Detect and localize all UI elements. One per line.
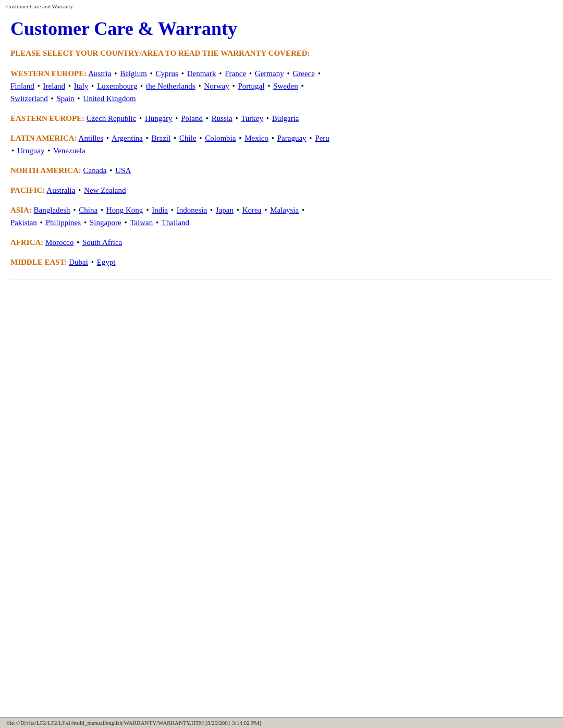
region-label-africa: AFRICA: (10, 238, 43, 246)
region-africa: AFRICA: Morocco • South Africa (10, 236, 553, 249)
browser-tab: Customer Care and Warranty (0, 0, 563, 11)
link-denmark[interactable]: Denmark (187, 69, 216, 78)
region-north-america: NORTH AMERICA: Canada • USA (10, 164, 553, 177)
link-belgium[interactable]: Belgium (120, 69, 147, 78)
link-sweden[interactable]: Sweden (273, 82, 298, 90)
region-label-western-europe: WESTERN EUROPE: (10, 69, 87, 78)
link-bulgaria[interactable]: Bulgaria (272, 114, 299, 122)
link-turkey[interactable]: Turkey (241, 114, 263, 122)
link-usa[interactable]: USA (115, 166, 131, 175)
link-new-zealand[interactable]: New Zealand (84, 186, 126, 194)
link-finland[interactable]: Finland (10, 82, 34, 90)
link-luxembourg[interactable]: Luxembourg (97, 82, 137, 90)
link-peru[interactable]: Peru (315, 134, 329, 142)
link-ireland[interactable]: Ireland (43, 82, 65, 90)
link-singapore[interactable]: Singapore (90, 218, 121, 227)
link-france[interactable]: France (225, 69, 246, 78)
link-colombia[interactable]: Colombia (205, 134, 236, 142)
region-label-eastern-europe: EASTERN EUROPE: (10, 114, 84, 122)
link-philippines[interactable]: Philippines (46, 218, 81, 227)
link-chile[interactable]: Chile (179, 134, 197, 142)
link-uruguay[interactable]: Uruguay (17, 146, 45, 155)
link-cyprus[interactable]: Cyprus (156, 69, 178, 78)
link-canada[interactable]: Canada (83, 166, 106, 175)
link-paraguay[interactable]: Paraguay (277, 134, 307, 142)
region-western-europe: WESTERN EUROPE: Austria • Belgium • Cypr… (10, 67, 553, 105)
link-austria[interactable]: Austria (88, 69, 111, 78)
link-morocco[interactable]: Morocco (45, 238, 74, 246)
link-antilles[interactable]: Antilles (79, 134, 104, 142)
link-hong-kong[interactable]: Hong Kong (106, 206, 143, 214)
region-label-latin-america: LATIN AMERICA: (10, 134, 77, 142)
link-hungary[interactable]: Hungary (145, 114, 173, 122)
link-taiwan[interactable]: Taiwan (130, 218, 153, 227)
region-label-pacific: PACIFIC: (10, 186, 45, 194)
link-indonesia[interactable]: Indonesia (177, 206, 207, 214)
link-bangladesh[interactable]: Bangladesh (34, 206, 70, 214)
link-south-africa[interactable]: South Africa (82, 238, 122, 246)
link-united-kingdom[interactable]: United Kingdom (83, 94, 136, 103)
region-middle-east: MIDDLE EAST: Dubai • Egypt (10, 256, 553, 268)
link-australia[interactable]: Australia (46, 186, 75, 194)
link-pakistan[interactable]: Pakistan (10, 218, 37, 227)
link-brazil[interactable]: Brazil (152, 134, 171, 142)
link-norway[interactable]: Norway (204, 82, 229, 90)
link-czech-republic[interactable]: Czech Republic (87, 114, 136, 122)
link-thailand[interactable]: Thailand (162, 218, 189, 227)
link-spain[interactable]: Spain (56, 94, 74, 103)
link-india[interactable]: India (152, 206, 168, 214)
link-poland[interactable]: Poland (181, 114, 203, 122)
link-egypt[interactable]: Egypt (97, 258, 116, 266)
link-mexico[interactable]: Mexico (244, 134, 268, 142)
link-venezuela[interactable]: Venezuela (53, 146, 85, 155)
link-japan[interactable]: Japan (216, 206, 234, 214)
region-pacific: PACIFIC: Australia • New Zealand (10, 184, 553, 196)
region-label-asia: ASIA: (10, 206, 32, 214)
link-portugal[interactable]: Portugal (238, 82, 265, 90)
status-bar: file:///D|/rita/LF2/LF2/LFa1/multi_manua… (0, 717, 563, 728)
main-content: Customer Care & Warranty PLEASE SELECT Y… (0, 11, 563, 305)
section-separator (10, 279, 553, 279)
link-the-netherlands[interactable]: the Netherlands (146, 82, 195, 90)
link-china[interactable]: China (79, 206, 97, 214)
region-asia: ASIA: Bangladesh • China • Hong Kong • I… (10, 204, 553, 229)
link-germany[interactable]: Germany (255, 69, 284, 78)
page-subtitle: PLEASE SELECT YOUR COUNTRY/AREA TO READ … (10, 49, 553, 58)
page-title: Customer Care & Warranty (10, 18, 553, 40)
region-label-north-america: NORTH AMERICA: (10, 166, 81, 175)
link-argentina[interactable]: Argentina (112, 134, 143, 142)
link-russia[interactable]: Russia (212, 114, 232, 122)
region-latin-america: LATIN AMERICA: Antilles • Argentina • Br… (10, 132, 553, 157)
region-label-middle-east: MIDDLE EAST: (10, 258, 67, 266)
link-switzerland[interactable]: Switzerland (10, 94, 48, 103)
region-eastern-europe: EASTERN EUROPE: Czech Republic • Hungary… (10, 112, 553, 125)
link-dubai[interactable]: Dubai (69, 258, 88, 266)
link-italy[interactable]: Italy (74, 82, 89, 90)
link-malaysia[interactable]: Malaysia (270, 206, 299, 214)
link-korea[interactable]: Korea (242, 206, 262, 214)
link-greece[interactable]: Greece (292, 69, 314, 78)
